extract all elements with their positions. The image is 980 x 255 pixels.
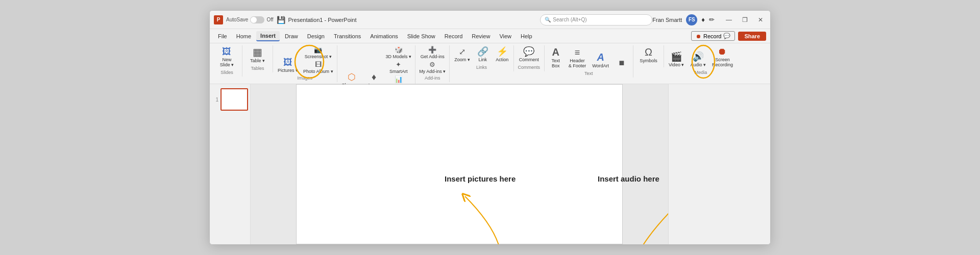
restore-button[interactable]: ❐ [739, 15, 751, 24]
symbols-label: Symbols [640, 58, 657, 63]
screen-recording-button[interactable]: ⏺ ScreenRecording [709, 45, 736, 69]
menu-file[interactable]: File [214, 32, 231, 41]
text-box-icon: A [552, 47, 559, 57]
get-addins-button[interactable]: ➕ Get Add-ins [418, 45, 447, 60]
ribbon-group-symbols: Ω Symbols [633, 45, 664, 67]
chart-icon: 📊 [395, 75, 403, 83]
menu-draw[interactable]: Draw [281, 32, 302, 41]
illustrations-content: ⬡ Shapes ▾ ♦ Icons 🎲 3D Models ▾ ✦ [339, 45, 413, 89]
comment-icon: 💬 [723, 33, 730, 39]
menu-bar: File Home Insert Draw Design Transitions… [210, 29, 770, 43]
photo-album-button[interactable]: 🎞 Photo Album ▾ [302, 60, 335, 74]
text-box-button[interactable]: A TextBox [547, 45, 565, 70]
main-slide-area: Insert pictures here Insert audio here [251, 84, 668, 244]
3d-models-label: 3D Models ▾ [386, 54, 412, 59]
share-button[interactable]: Share [738, 32, 766, 41]
tables-content: ▦ Table ▾ [248, 45, 267, 65]
screen-recording-label: ScreenRecording [712, 57, 733, 67]
3d-models-button[interactable]: 🎲 3D Models ▾ [384, 45, 413, 60]
record-button[interactable]: ⏺ Record 💬 [691, 31, 735, 41]
menu-review[interactable]: Review [468, 32, 494, 41]
close-button[interactable]: ✕ [755, 15, 766, 24]
title-bar-right: Fran Smartt FS ♦ ✏ — ❐ ✕ [652, 14, 766, 26]
links-content: ⤢ Zoom ▾ 🔗 Link ⚡ Action [452, 45, 511, 64]
menu-record[interactable]: Record [440, 32, 467, 41]
avatar: FS [686, 14, 697, 26]
wordart-button[interactable]: A WordArt [590, 50, 611, 70]
symbols-button[interactable]: Ω Symbols [637, 45, 660, 65]
ribbon-group-addins: ➕ Get Add-ins ⚙ My Add-ins ▾ Add-ins [415, 45, 450, 82]
symbols-icon: Ω [645, 47, 652, 57]
ribbon-group-tables: ▦ Table ▾ Tables [242, 45, 273, 72]
tables-group-label: Tables [244, 65, 271, 72]
header-footer-icon: ≡ [575, 48, 580, 57]
smartart-button[interactable]: ✦ SmartArt [384, 60, 413, 74]
object-button[interactable]: ■ [612, 57, 631, 70]
comments-content: 💬 Comment [517, 45, 542, 64]
text-group-label: Text [547, 70, 631, 78]
media-group-label: Media [666, 69, 736, 76]
video-icon: 🎬 [671, 52, 682, 61]
screen-recording-icon: ⏺ [718, 47, 727, 56]
table-button[interactable]: ▦ Table ▾ [248, 45, 267, 65]
pictures-icon: 🖼 [283, 58, 292, 67]
action-button[interactable]: ⚡ Action [493, 45, 511, 64]
ppt-logo: P [214, 15, 223, 24]
new-slide-button[interactable]: 🖼 NewSlide ▾ [217, 45, 237, 69]
menu-home[interactable]: Home [232, 32, 255, 41]
my-addins-icon: ⚙ [429, 61, 435, 68]
menu-transitions[interactable]: Transitions [330, 32, 365, 41]
audio-button[interactable]: 🔊 Audio ▾ [688, 50, 708, 69]
menu-help[interactable]: Help [517, 32, 536, 41]
smartart-icon: ✦ [396, 61, 401, 68]
comment-label: Comment [519, 57, 539, 62]
window-title: Presentation1 - PowerPoint [288, 17, 357, 23]
symbols-group-label [635, 65, 662, 67]
ribbon-group-media: 🎬 Video ▾ 🔊 Audio ▾ ⏺ ScreenRecording Me… [664, 45, 738, 76]
record-label: Record [703, 33, 721, 39]
images-small-group: 📷 Screenshot ▾ 🎞 Photo Album ▾ [302, 45, 335, 74]
record-dot-icon: ⏺ [696, 33, 701, 39]
minimize-button[interactable]: — [723, 15, 735, 24]
zoom-button[interactable]: ⤢ Zoom ▾ [452, 46, 473, 64]
screenshot-button[interactable]: 📷 Screenshot ▾ [302, 45, 335, 60]
menu-slideshow[interactable]: Slide Show [403, 32, 439, 41]
screenshot-label: Screenshot ▾ [305, 54, 332, 59]
autosave-area: AutoSave Off [226, 16, 274, 23]
menu-insert[interactable]: Insert [256, 31, 280, 41]
slide-thumbnail[interactable] [220, 88, 248, 111]
ribbon-group-slides: 🖼 NewSlide ▾ Slides [212, 45, 242, 76]
my-addins-button[interactable]: ⚙ My Add-ins ▾ [418, 60, 447, 74]
slide-canvas[interactable] [296, 84, 623, 244]
autosave-toggle[interactable] [250, 16, 264, 23]
ribbon-group-text: A TextBox ≡ Header& Footer A WordArt ■ [545, 45, 633, 78]
menu-animations[interactable]: Animations [366, 32, 402, 41]
autosave-label: AutoSave [226, 17, 248, 22]
right-panel [668, 84, 770, 244]
title-bar-left: P AutoSave Off 💾 Presentation1 - PowerPo… [214, 15, 540, 24]
slides-content: 🖼 NewSlide ▾ [217, 45, 237, 69]
zoom-icon: ⤢ [459, 48, 465, 56]
shapes-icon: ⬡ [348, 72, 356, 82]
new-slide-label: NewSlide ▾ [220, 57, 234, 67]
search-bar[interactable]: 🔍 Search (Alt+Q) [540, 14, 652, 26]
photo-album-icon: 🎞 [315, 61, 322, 68]
menu-view[interactable]: View [495, 32, 516, 41]
zoom-label: Zoom ▾ [454, 57, 470, 62]
my-addins-label: My Add-ins ▾ [419, 69, 446, 74]
smartart-label: SmartArt [389, 69, 408, 74]
get-addins-icon: ➕ [428, 46, 436, 54]
symbols-content: Ω Symbols [637, 45, 660, 65]
header-footer-button[interactable]: ≡ Header& Footer [566, 46, 589, 70]
pictures-button[interactable]: 🖼 Pictures ▾ [275, 56, 301, 74]
video-button[interactable]: 🎬 Video ▾ [666, 50, 687, 69]
menu-design[interactable]: Design [303, 32, 329, 41]
ribbon-group-comments: 💬 Comment Comments [514, 45, 545, 71]
comment-button[interactable]: 💬 Comment [517, 45, 542, 64]
wordart-label: WordArt [592, 63, 609, 68]
link-button[interactable]: 🔗 Link [474, 45, 492, 64]
pictures-label: Pictures ▾ [278, 68, 298, 73]
slides-group-label: Slides [214, 69, 240, 76]
audio-icon: 🔊 [693, 52, 704, 61]
save-icon[interactable]: 💾 [277, 16, 285, 24]
